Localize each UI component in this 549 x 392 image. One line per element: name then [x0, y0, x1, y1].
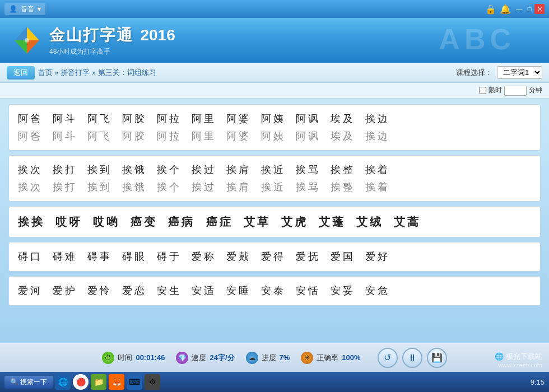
- taskbar-kingsoft-icon[interactable]: ⌨: [127, 374, 142, 390]
- status-bar: ⏱ 时间 00:01:46 💎 速度 24字/分 ☁ 进度 7% ☀ 正确率 1…: [0, 343, 549, 372]
- svg-point-4: [25, 38, 29, 43]
- word-line-2-2: 挨次 挨打 挨到 挨饿 挨个 挨过 挨肩 挨近 挨骂 挨整 挨着: [18, 179, 531, 196]
- accuracy-label: 正确率: [317, 353, 338, 363]
- speed-icon: 💎: [176, 352, 188, 364]
- status-accuracy: ☀ 正确率 100%: [301, 352, 360, 364]
- restart-button[interactable]: ↺: [378, 348, 398, 368]
- status-speed: 💎 速度 24字/分: [176, 352, 234, 364]
- app-header: 金山打字通 2016 48小时成为打字高手 ABC: [0, 18, 549, 63]
- minutes-label: 分钟: [529, 86, 542, 95]
- svg-marker-2: [27, 40, 39, 54]
- status-controls: ↺ ⏸ 💾: [378, 348, 447, 368]
- close-button[interactable]: ✕: [534, 4, 545, 14]
- user-dropdown-arrow[interactable]: ▾: [38, 5, 41, 13]
- app-title: 金山打字通 2016 48小时成为打字高手: [49, 25, 175, 57]
- taskbar-ie-icon[interactable]: 🌐: [55, 374, 71, 390]
- word-line-4-1: 碍口 碍难 碍事 碍眼 碍于 爱称 爱戴 爱得 爱抚 爱国 爱好: [18, 248, 531, 265]
- app-name: 金山打字通: [49, 26, 133, 44]
- word-group-3: 挨挨 哎呀 哎哟 癌变 癌病 癌症 艾草 艾虎 艾蓬 艾绒 艾蒿: [8, 206, 541, 237]
- svg-marker-3: [15, 40, 27, 54]
- time-limit-row: 限时 分钟: [0, 83, 549, 99]
- word-group-1: 阿爸 阿斗 阿飞 阿胶 阿拉 阿里 阿婆 阿姨 阿讽 埃及 挨边 阿爸 阿斗 阿…: [8, 104, 541, 151]
- taskbar-app3-icon[interactable]: 📁: [91, 374, 106, 390]
- status-time: ⏱ 时间 00:01:46: [102, 352, 165, 364]
- app-subtitle: 48小时成为打字高手: [49, 47, 175, 57]
- pause-button[interactable]: ⏸: [402, 348, 422, 368]
- user-icon: 👤: [9, 5, 17, 13]
- word-line-2-1: 挨次 挨打 挨到 挨饿 挨个 挨过 挨肩 挨近 挨骂 挨整 挨着: [18, 161, 531, 179]
- time-limit-label: 限时: [488, 86, 502, 95]
- progress-label: 进度: [262, 353, 276, 363]
- time-label: 时间: [118, 353, 132, 363]
- svg-marker-1: [15, 27, 27, 40]
- word-line-1-2: 阿爸 阿斗 阿飞 阿胶 阿拉 阿里 阿婆 阿姨 阿讽 埃及 挨边: [18, 128, 531, 145]
- taskbar-apps: 🌐 🔴 📁 🦊 ⌨ ⚙: [55, 374, 528, 390]
- username: 音音: [21, 4, 34, 14]
- user-badge: 👤 音音 ▾: [4, 3, 45, 15]
- taskbar-time: 9:15: [531, 378, 545, 386]
- word-line-5-1: 爱河 爱护 爱怜 爱恋 安生 安适 安睡 安泰 安恬 安妥 安危: [18, 282, 531, 300]
- taskbar-search[interactable]: 🔍 搜索一下: [4, 376, 53, 389]
- title-bar: 👤 音音 ▾ 🔒 🔔 — □ ✕: [0, 0, 549, 18]
- nav-left: 返回 首页 » 拼音打字 » 第三关：词组练习: [7, 66, 156, 80]
- minimize-button[interactable]: —: [514, 4, 524, 14]
- time-limit-checkbox[interactable]: [479, 87, 486, 94]
- breadcrumb: 首页 » 拼音打字 » 第三关：词组练习: [38, 68, 156, 78]
- status-progress: ☁ 进度 7%: [246, 352, 290, 364]
- time-limit-checkbox-area: 限时 分钟: [479, 86, 542, 96]
- time-icon: ⏱: [102, 352, 114, 364]
- nav-right: 课程选择： 二字词1: [456, 66, 542, 79]
- app-year: 2016: [140, 26, 175, 44]
- progress-value: 7%: [280, 353, 290, 362]
- taskbar-chrome-icon[interactable]: 🔴: [73, 374, 89, 390]
- save-button[interactable]: 💾: [427, 348, 447, 368]
- progress-icon: ☁: [246, 352, 258, 364]
- taskbar-app4-icon[interactable]: 🦊: [109, 374, 124, 390]
- taskbar-icon2: 🔔: [500, 4, 511, 15]
- maximize-button[interactable]: □: [524, 4, 534, 14]
- watermark: 🌐 极光下载站 www.xzazb.com: [495, 352, 542, 368]
- word-line-3-1: 挨挨 哎呀 哎哟 癌变 癌病 癌症 艾草 艾虎 艾蓬 艾绒 艾蒿: [18, 212, 531, 231]
- accuracy-icon: ☀: [301, 352, 313, 364]
- word-group-4: 碍口 碍难 碍事 碍眼 碍于 爱称 爱戴 爱得 爱抚 爱国 爱好: [8, 242, 541, 272]
- app-logo: [11, 25, 43, 56]
- word-group-2: 挨次 挨打 挨到 挨饿 挨个 挨过 挨肩 挨近 挨骂 挨整 挨着 挨次 挨打 挨…: [8, 155, 541, 202]
- course-select[interactable]: 二字词1: [497, 66, 542, 79]
- taskbar-icon1: 🔒: [485, 4, 496, 15]
- word-line-1-1: 阿爸 阿斗 阿飞 阿胶 阿拉 阿里 阿婆 阿姨 阿讽 埃及 挨边: [18, 110, 531, 128]
- speed-value: 24字/分: [210, 353, 234, 363]
- accuracy-value: 100%: [342, 353, 360, 362]
- taskbar-right: 9:15: [531, 378, 545, 386]
- logo-area: 金山打字通 2016 48小时成为打字高手: [11, 25, 175, 57]
- watermark-site: 🌐 极光下载站: [495, 352, 542, 362]
- time-value: 00:01:46: [136, 353, 165, 362]
- taskbar: 🔍 搜索一下 🌐 🔴 📁 🦊 ⌨ ⚙ 9:15: [0, 372, 549, 392]
- speed-label: 速度: [192, 353, 206, 363]
- word-group-5: 爱河 爱护 爱怜 爱恋 安生 安适 安睡 安泰 安恬 安妥 安危: [8, 276, 541, 306]
- taskbar-settings-icon[interactable]: ⚙: [145, 374, 160, 390]
- main-content: 阿爸 阿斗 阿飞 阿胶 阿拉 阿里 阿婆 阿姨 阿讽 埃及 挨边 阿爸 阿斗 阿…: [0, 99, 549, 343]
- back-button[interactable]: 返回: [7, 66, 35, 80]
- nav-bar: 返回 首页 » 拼音打字 » 第三关：词组练习 课程选择： 二字词1: [0, 63, 549, 83]
- watermark-url: www.xzazb.com: [495, 362, 542, 368]
- search-icon: 🔍: [10, 378, 18, 386]
- abc-decoration: ABC: [439, 22, 515, 56]
- time-limit-input[interactable]: [504, 86, 527, 96]
- course-label: 课程选择：: [456, 68, 492, 78]
- svg-marker-0: [27, 27, 39, 40]
